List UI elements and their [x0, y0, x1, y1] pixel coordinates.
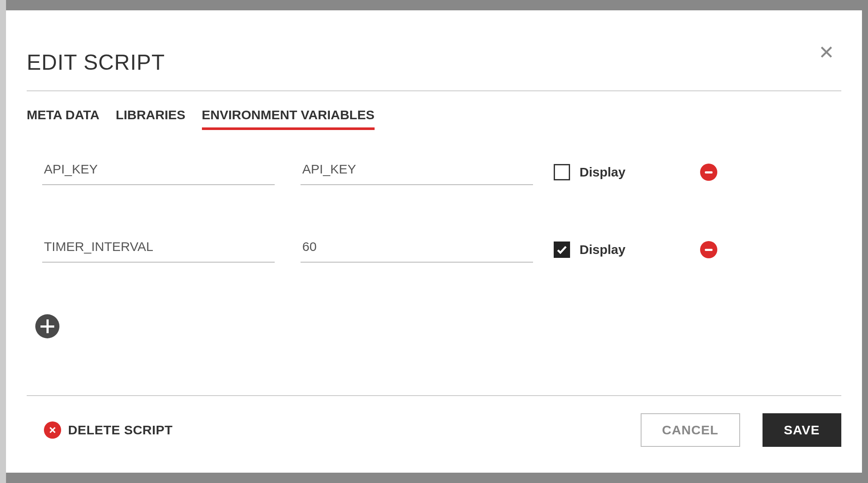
env-var-row: Display — [42, 159, 841, 185]
delete-icon — [44, 421, 61, 439]
display-checkbox[interactable] — [554, 242, 570, 258]
tab-meta-data[interactable]: META DATA — [27, 108, 99, 130]
save-button[interactable]: SAVE — [763, 413, 841, 447]
delete-script-button[interactable]: DELETE SCRIPT — [44, 421, 173, 439]
tabs: META DATA LIBRARIES ENVIRONMENT VARIABLE… — [27, 108, 841, 130]
add-row-icon[interactable] — [35, 314, 59, 338]
dialog-footer: DELETE SCRIPT CANCEL SAVE — [27, 395, 841, 473]
remove-row-icon[interactable] — [700, 164, 717, 181]
env-var-value-input[interactable] — [301, 237, 533, 263]
env-var-name-input[interactable] — [42, 159, 275, 185]
env-var-name-input[interactable] — [42, 237, 275, 263]
env-var-value-input[interactable] — [301, 159, 533, 185]
dialog-title: EDIT SCRIPT — [27, 50, 841, 75]
remove-row-icon[interactable] — [700, 241, 717, 258]
display-label: Display — [580, 242, 626, 257]
env-var-row: Display — [42, 237, 841, 263]
env-var-list: Display Display — [27, 159, 841, 395]
cancel-button[interactable]: CANCEL — [641, 413, 740, 447]
close-icon[interactable]: ✕ — [818, 43, 834, 62]
display-checkbox[interactable] — [554, 164, 570, 180]
display-label: Display — [580, 165, 626, 180]
edit-script-dialog: ✕ EDIT SCRIPT META DATA LIBRARIES ENVIRO… — [6, 10, 862, 473]
divider — [27, 90, 841, 91]
tab-libraries[interactable]: LIBRARIES — [116, 108, 186, 130]
delete-script-label: DELETE SCRIPT — [68, 423, 173, 437]
tab-environment-variables[interactable]: ENVIRONMENT VARIABLES — [202, 108, 375, 130]
